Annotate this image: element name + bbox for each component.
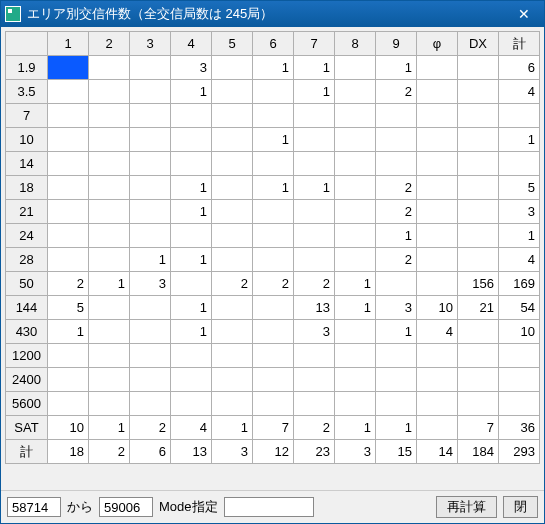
grid-cell[interactable]	[417, 368, 458, 392]
grid-cell[interactable]	[417, 224, 458, 248]
grid-cell[interactable]	[335, 392, 376, 416]
grid-cell[interactable]: 3	[171, 56, 212, 80]
grid-cell[interactable]	[458, 344, 499, 368]
grid-cell[interactable]	[458, 128, 499, 152]
grid-cell[interactable]: 3	[130, 272, 171, 296]
grid-cell[interactable]	[253, 224, 294, 248]
grid-cell[interactable]	[376, 368, 417, 392]
grid-cell[interactable]	[458, 176, 499, 200]
grid-cell[interactable]	[376, 104, 417, 128]
grid-cell[interactable]	[458, 248, 499, 272]
grid-cell[interactable]	[253, 152, 294, 176]
grid-cell[interactable]	[335, 56, 376, 80]
grid-cell[interactable]	[335, 344, 376, 368]
grid-cell[interactable]	[253, 368, 294, 392]
grid-cell[interactable]	[48, 128, 89, 152]
grid-cell[interactable]	[458, 56, 499, 80]
grid-cell[interactable]: 1	[499, 224, 540, 248]
grid-cell[interactable]: 3	[335, 440, 376, 464]
grid-cell[interactable]	[48, 56, 89, 80]
grid-cell[interactable]	[171, 224, 212, 248]
row-header[interactable]: 144	[6, 296, 48, 320]
grid-cell[interactable]	[417, 56, 458, 80]
grid-cell[interactable]	[171, 128, 212, 152]
grid-cell[interactable]	[458, 80, 499, 104]
grid-cell[interactable]: 293	[499, 440, 540, 464]
grid-cell[interactable]	[335, 368, 376, 392]
grid-cell[interactable]: 1	[294, 176, 335, 200]
grid-cell[interactable]	[89, 296, 130, 320]
grid-cell[interactable]	[458, 368, 499, 392]
grid-cell[interactable]	[294, 152, 335, 176]
grid-cell[interactable]	[458, 224, 499, 248]
grid-cell[interactable]	[417, 272, 458, 296]
grid-cell[interactable]	[253, 248, 294, 272]
grid-cell[interactable]: 6	[130, 440, 171, 464]
grid-cell[interactable]: 1	[171, 320, 212, 344]
grid-cell[interactable]	[458, 104, 499, 128]
grid-cell[interactable]	[376, 272, 417, 296]
grid-cell[interactable]	[89, 152, 130, 176]
grid-cell[interactable]	[376, 152, 417, 176]
row-header[interactable]: SAT	[6, 416, 48, 440]
grid-cell[interactable]	[130, 128, 171, 152]
grid-cell[interactable]: 1	[376, 56, 417, 80]
col-header[interactable]: 8	[335, 32, 376, 56]
grid-cell[interactable]	[294, 392, 335, 416]
grid-cell[interactable]: 7	[458, 416, 499, 440]
grid-cell[interactable]	[212, 224, 253, 248]
grid-cell[interactable]	[130, 368, 171, 392]
grid-cell[interactable]: 12	[253, 440, 294, 464]
grid-cell[interactable]: 18	[48, 440, 89, 464]
grid-cell[interactable]	[89, 344, 130, 368]
grid-cell[interactable]	[335, 224, 376, 248]
grid-cell[interactable]	[417, 176, 458, 200]
grid-cell[interactable]	[253, 80, 294, 104]
grid-cell[interactable]	[48, 176, 89, 200]
grid-cell[interactable]: 4	[417, 320, 458, 344]
range-from-input[interactable]	[7, 497, 61, 517]
grid-cell[interactable]	[130, 176, 171, 200]
grid-cell[interactable]	[417, 200, 458, 224]
grid-cell[interactable]	[130, 200, 171, 224]
grid-cell[interactable]	[335, 200, 376, 224]
grid-cell[interactable]	[212, 152, 253, 176]
grid-cell[interactable]: 1	[89, 416, 130, 440]
grid-cell[interactable]	[294, 128, 335, 152]
grid-cell[interactable]: 1	[335, 416, 376, 440]
grid-cell[interactable]	[253, 320, 294, 344]
row-header[interactable]: 50	[6, 272, 48, 296]
grid-cell[interactable]: 7	[253, 416, 294, 440]
grid-cell[interactable]	[48, 344, 89, 368]
grid-cell[interactable]: 3	[294, 320, 335, 344]
row-header[interactable]: 3.5	[6, 80, 48, 104]
grid-cell[interactable]: 1	[130, 248, 171, 272]
grid-cell[interactable]	[171, 368, 212, 392]
grid-cell[interactable]	[376, 128, 417, 152]
grid-cell[interactable]	[48, 224, 89, 248]
grid-cell[interactable]	[171, 152, 212, 176]
grid-cell[interactable]: 1	[253, 128, 294, 152]
grid-cell[interactable]	[294, 200, 335, 224]
grid-cell[interactable]	[417, 248, 458, 272]
grid-cell[interactable]	[89, 200, 130, 224]
row-header[interactable]: 1200	[6, 344, 48, 368]
grid-cell[interactable]	[499, 392, 540, 416]
grid-cell[interactable]: 23	[294, 440, 335, 464]
grid-cell[interactable]	[335, 320, 376, 344]
grid-cell[interactable]	[89, 224, 130, 248]
grid-cell[interactable]	[48, 104, 89, 128]
grid-cell[interactable]	[417, 416, 458, 440]
grid-cell[interactable]: 13	[171, 440, 212, 464]
grid-cell[interactable]: 10	[499, 320, 540, 344]
grid-cell[interactable]: 3	[376, 296, 417, 320]
grid-cell[interactable]: 5	[48, 296, 89, 320]
grid-cell[interactable]	[253, 200, 294, 224]
grid-cell[interactable]	[294, 224, 335, 248]
grid-cell[interactable]: 2	[294, 272, 335, 296]
grid-cell[interactable]	[48, 392, 89, 416]
grid-cell[interactable]	[335, 152, 376, 176]
grid-cell[interactable]	[89, 392, 130, 416]
recalc-button[interactable]: 再計算	[436, 496, 497, 518]
grid-cell[interactable]: 184	[458, 440, 499, 464]
